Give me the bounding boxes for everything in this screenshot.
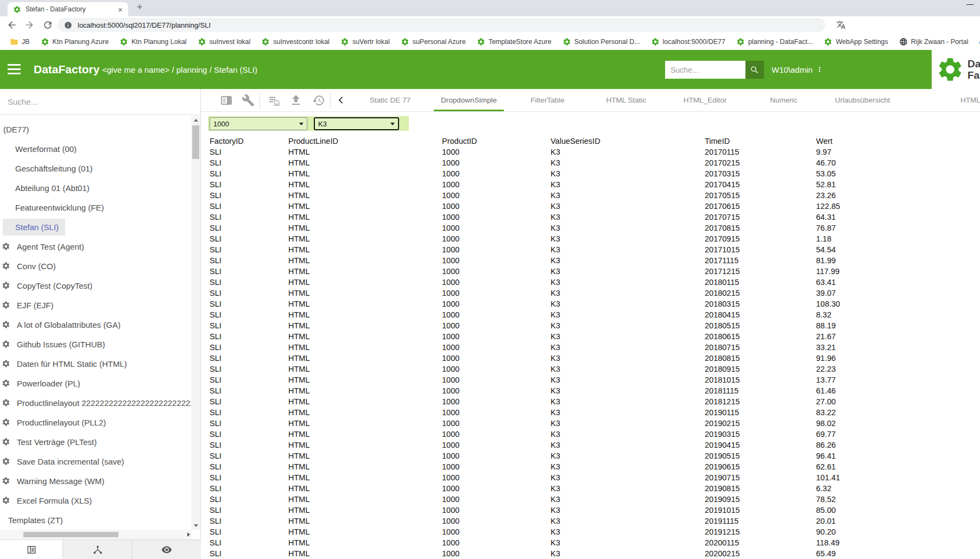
tree-item[interactable]: Github Issues (GITHUB) bbox=[0, 334, 191, 354]
bookmark-item[interactable]: Solution Personal D... bbox=[557, 34, 646, 50]
save-list-icon[interactable] bbox=[268, 94, 281, 107]
bookmark-item[interactable]: Ktn Planung Azure bbox=[35, 34, 115, 50]
tree-item[interactable]: Werteformat (00) bbox=[0, 139, 191, 158]
cell-factoryid: SLI bbox=[210, 407, 288, 418]
tree-item[interactable]: Stefan (SLI) bbox=[0, 217, 191, 237]
reload-icon[interactable] bbox=[42, 20, 53, 30]
wrench-icon[interactable] bbox=[242, 94, 255, 107]
tree-item[interactable]: Excel Formula (XLS) bbox=[0, 491, 191, 510]
history-icon[interactable] bbox=[312, 94, 325, 107]
bookmark-item[interactable]: suPersonal Azure bbox=[395, 34, 471, 50]
tree-item[interactable]: Geschäftsleitung (01) bbox=[0, 158, 191, 178]
tree-horizontal-scrollbar[interactable] bbox=[0, 530, 192, 539]
tree-item[interactable]: Productlinelayout 2222222222222222222222… bbox=[0, 393, 191, 412]
tree-item[interactable]: (DE77) bbox=[0, 119, 191, 139]
gear-icon bbox=[2, 262, 10, 270]
kebab-menu-icon[interactable] bbox=[816, 63, 823, 75]
cell-timeid: 20180115 bbox=[705, 277, 816, 288]
filter-dropdown[interactable]: K3 bbox=[314, 117, 399, 130]
header-search-input[interactable] bbox=[665, 61, 745, 79]
bookmark-item[interactable]: JB bbox=[4, 34, 35, 50]
filter-dropdown[interactable]: 1000 bbox=[210, 117, 307, 130]
tree-vertical-scrollbar[interactable] bbox=[191, 116, 200, 530]
sidebar-search-input[interactable] bbox=[0, 97, 200, 106]
bookmark-item[interactable]: suInvestcontr lokal bbox=[256, 34, 335, 50]
tree-item[interactable]: Daten für HTML Static (HTML) bbox=[0, 354, 191, 373]
report-icon[interactable] bbox=[220, 94, 233, 107]
tree-item[interactable]: Save Data incremental (save) bbox=[0, 452, 191, 471]
hamburger-menu-icon[interactable] bbox=[8, 64, 21, 74]
sidebar-bottom-tab[interactable] bbox=[63, 540, 132, 559]
table-row: SLI HTML 1000 K3 20170615 122.85 bbox=[210, 201, 980, 212]
horizontal-scroll-thumb[interactable] bbox=[23, 532, 118, 537]
bookmark-item[interactable]: Ktn Planung Lokal bbox=[114, 34, 192, 50]
report-tab[interactable]: Static DE 77 bbox=[351, 89, 429, 111]
cell-productid: 1000 bbox=[442, 244, 551, 255]
tree-item[interactable]: Templates (ZT) bbox=[0, 510, 191, 530]
main-content: Static DE 77 DropdownSimple FilterTable … bbox=[201, 89, 980, 559]
table-row: SLI HTML 1000 K3 20190615 62.61 bbox=[210, 461, 980, 472]
tab-close-icon[interactable]: × bbox=[118, 5, 123, 14]
bookmark-item[interactable]: Rijk Zwaan - Portal bbox=[894, 34, 974, 50]
gear-icon bbox=[2, 437, 10, 446]
bookmark-item[interactable]: localhost:5000/DE77 bbox=[646, 34, 731, 50]
report-tab[interactable]: HTML Static bbox=[587, 89, 666, 111]
bookmark-item[interactable]: suVertr lokal bbox=[335, 34, 395, 50]
report-tab[interactable]: FilterTable bbox=[508, 89, 587, 111]
report-tab[interactable]: Numeric bbox=[744, 89, 823, 111]
tree-item[interactable]: Test Verträge (PLTest) bbox=[0, 432, 191, 452]
tree-item[interactable]: A lot of Globalattributes (GA) bbox=[0, 315, 191, 334]
browser-tab[interactable]: Stefan - DataFactory × bbox=[8, 2, 128, 16]
tree-item[interactable]: Powerloader (PL) bbox=[0, 373, 191, 393]
tree-item[interactable]: Featureentwicklung (FE) bbox=[0, 198, 191, 217]
tree-item[interactable]: Abteilung 01 (Abt01) bbox=[0, 178, 191, 198]
cell-timeid: 20190615 bbox=[705, 461, 816, 472]
tree-item[interactable]: Warning Message (WM) bbox=[0, 471, 191, 491]
report-tab[interactable]: DropdownSimple bbox=[429, 89, 508, 111]
gear-icon bbox=[2, 359, 10, 368]
cell-factoryid: SLI bbox=[210, 233, 288, 244]
table-row: SLI HTML 1000 K3 20181015 13.77 bbox=[210, 374, 980, 385]
vertical-scroll-thumb[interactable] bbox=[192, 125, 199, 159]
scroll-right-icon[interactable] bbox=[187, 532, 190, 537]
sidebar-bottom-tab[interactable] bbox=[0, 540, 63, 559]
tree-item[interactable]: CopyTest (CopyTest) bbox=[0, 276, 191, 295]
translate-icon[interactable] bbox=[836, 20, 846, 30]
bookmark-item[interactable]: TemplateStore Azure bbox=[471, 34, 557, 50]
cell-valueseriesid: K3 bbox=[551, 331, 705, 342]
cell-factoryid: SLI bbox=[210, 505, 288, 516]
bookmark-item[interactable]: window.print + o bbox=[973, 34, 980, 50]
tabs-scroll-left-chevron-icon[interactable] bbox=[337, 96, 346, 105]
site-info-icon[interactable] bbox=[64, 21, 72, 29]
filter-row: 1000 K3 bbox=[201, 112, 980, 136]
breadcrumb[interactable]: <give me a name> / planning / Stefan (SL… bbox=[102, 65, 257, 74]
window-minimize-button[interactable]: — bbox=[966, 0, 973, 8]
cell-productlineid: HTML bbox=[288, 516, 442, 526]
cell-factoryid: SLI bbox=[210, 147, 288, 157]
tree-item[interactable]: Conv (CO) bbox=[0, 256, 191, 276]
search-button[interactable] bbox=[745, 61, 764, 79]
report-tab[interactable]: Urlaubsübersicht bbox=[823, 89, 902, 111]
sidebar-bottom-tab[interactable] bbox=[132, 540, 200, 559]
scroll-down-icon[interactable] bbox=[191, 521, 200, 530]
cell-wert: 13.77 bbox=[816, 374, 881, 385]
cell-factoryid: SLI bbox=[210, 201, 288, 212]
address-bar[interactable]: localhost:5000/sql2017/DE77/planning/SLI bbox=[58, 18, 825, 32]
bookmark-item[interactable]: suInvest lokal bbox=[192, 34, 256, 50]
new-tab-button[interactable]: + bbox=[137, 2, 143, 13]
bookmark-item[interactable]: planning - DataFact... bbox=[731, 34, 819, 50]
bookmark-item[interactable]: WebApp Settings bbox=[818, 34, 893, 50]
report-tab[interactable]: HTML Sta bbox=[902, 89, 980, 111]
upload-icon[interactable] bbox=[289, 94, 302, 107]
back-icon[interactable] bbox=[7, 20, 17, 30]
user-name[interactable]: W10\admin bbox=[772, 65, 813, 74]
tree-item[interactable]: Agent Test (Agent) bbox=[0, 237, 191, 256]
cell-timeid: 20190115 bbox=[705, 407, 816, 418]
report-tab[interactable]: HTML_Editor bbox=[666, 89, 744, 111]
scroll-up-icon[interactable] bbox=[191, 116, 200, 124]
forward-icon[interactable] bbox=[24, 20, 35, 30]
factory-tree: (DE77) Werteformat (00) Geschäftsleitung… bbox=[0, 116, 191, 530]
cell-timeid: 20191115 bbox=[705, 516, 816, 526]
tree-item[interactable]: EJF (EJF) bbox=[0, 295, 191, 315]
tree-item[interactable]: Productlinelayout (PLL2) bbox=[0, 412, 191, 432]
